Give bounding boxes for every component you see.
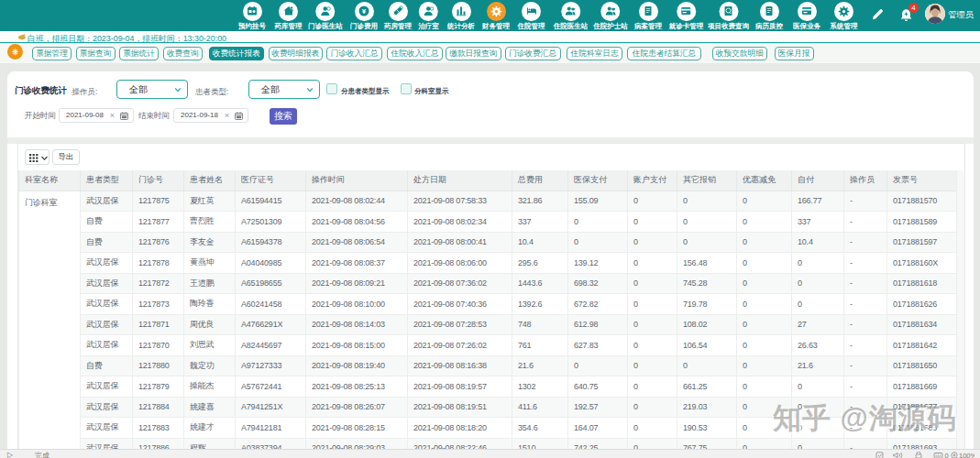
svg-text:¥: ¥ <box>362 7 367 16</box>
svg-text:0: 0 <box>945 452 949 458</box>
svg-text:100%: 100% <box>959 452 974 458</box>
